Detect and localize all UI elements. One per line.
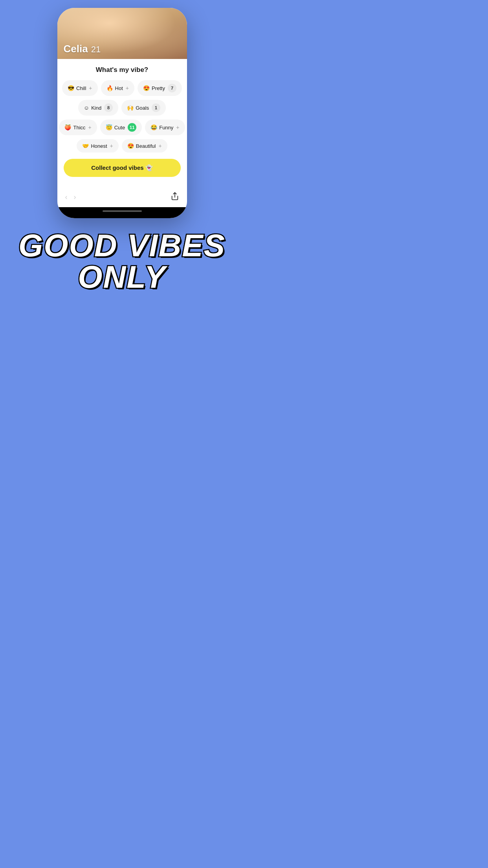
share-button[interactable]	[171, 192, 179, 202]
pretty-count: 7	[168, 84, 176, 92]
vibe-row-2: ☺️ Kind 8 🙌 Goals 1	[64, 100, 181, 116]
funny-label: Funny	[159, 125, 173, 131]
cute-label: Cute	[114, 125, 125, 131]
bottom-text-section: GOOD VIBES ONLY	[11, 230, 233, 309]
vibe-tag-beautiful[interactable]: 😍 Beautiful +	[122, 139, 167, 153]
chill-emoji: 😎	[68, 85, 74, 91]
beautiful-plus: +	[158, 143, 161, 149]
vibe-tag-funny[interactable]: 😂 Funny +	[145, 120, 185, 135]
cute-emoji: 😇	[106, 124, 112, 131]
back-arrow[interactable]: ‹	[65, 193, 68, 201]
kind-count: 8	[104, 103, 113, 112]
beautiful-label: Beautiful	[136, 143, 156, 149]
funny-emoji: 😂	[150, 124, 157, 131]
profile-age: 21	[91, 44, 101, 55]
pretty-label: Pretty	[152, 85, 165, 91]
pretty-emoji: 😍	[143, 85, 150, 91]
nav-arrows: ‹ ›	[65, 193, 76, 201]
thicc-emoji: 🍑	[64, 124, 71, 131]
big-text-line2: ONLY	[18, 261, 226, 293]
nav-bar: ‹ ›	[57, 189, 187, 207]
goals-label: Goals	[136, 105, 149, 111]
thicc-label: Thicc	[73, 125, 85, 131]
forward-arrow[interactable]: ›	[74, 193, 76, 201]
kind-emoji: ☺️	[84, 105, 89, 111]
home-indicator	[57, 207, 187, 218]
phone-mockup: Celia 21 What's my vibe? 😎 Chill + 🔥 Hot…	[57, 8, 187, 218]
vibe-tag-cute[interactable]: 😇 Cute 11	[100, 120, 142, 135]
vibe-tag-chill[interactable]: 😎 Chill +	[62, 80, 97, 96]
honest-label: Honest	[91, 143, 107, 149]
vibe-tag-goals[interactable]: 🙌 Goals 1	[121, 100, 166, 116]
funny-plus: +	[176, 124, 179, 131]
vibe-row-1: 😎 Chill + 🔥 Hot + 😍 Pretty 7	[64, 80, 181, 96]
vibe-tag-thicc[interactable]: 🍑 Thicc +	[59, 120, 97, 135]
profile-image-area: Celia 21	[57, 8, 187, 59]
thicc-plus: +	[88, 124, 92, 131]
collect-vibes-button[interactable]: Collect good vibes 👻	[64, 159, 181, 177]
collect-button-label: Collect good vibes 👻	[91, 164, 153, 171]
chill-plus: +	[89, 85, 92, 91]
vibe-tag-honest[interactable]: 🤝 Honest +	[77, 139, 118, 153]
goals-emoji: 🙌	[127, 105, 134, 111]
hot-emoji: 🔥	[106, 85, 113, 91]
home-bar	[103, 210, 142, 212]
beautiful-emoji: 😍	[127, 143, 134, 149]
vibe-question: What's my vibe?	[64, 66, 181, 74]
vibe-tag-kind[interactable]: ☺️ Kind 8	[78, 100, 118, 116]
profile-name: Celia	[64, 43, 88, 55]
honest-plus: +	[110, 143, 113, 149]
kind-label: Kind	[91, 105, 101, 111]
vibe-tags-container: 😎 Chill + 🔥 Hot + 😍 Pretty 7 ☺️	[64, 80, 181, 153]
big-text-line1: GOOD VIBES	[18, 230, 226, 261]
vibe-tag-pretty[interactable]: 😍 Pretty 7	[138, 80, 182, 96]
card-content: What's my vibe? 😎 Chill + 🔥 Hot + 😍 Pret…	[57, 59, 187, 189]
honest-emoji: 🤝	[82, 143, 89, 149]
vibe-row-3: 🍑 Thicc + 😇 Cute 11 😂 Funny +	[64, 120, 181, 135]
hot-label: Hot	[115, 85, 123, 91]
goals-count: 1	[152, 103, 160, 112]
vibe-row-4: 🤝 Honest + 😍 Beautiful +	[64, 139, 181, 153]
hot-plus: +	[126, 85, 129, 91]
cute-count: 11	[128, 123, 136, 132]
chill-label: Chill	[76, 85, 86, 91]
vibe-tag-hot[interactable]: 🔥 Hot +	[101, 80, 134, 96]
